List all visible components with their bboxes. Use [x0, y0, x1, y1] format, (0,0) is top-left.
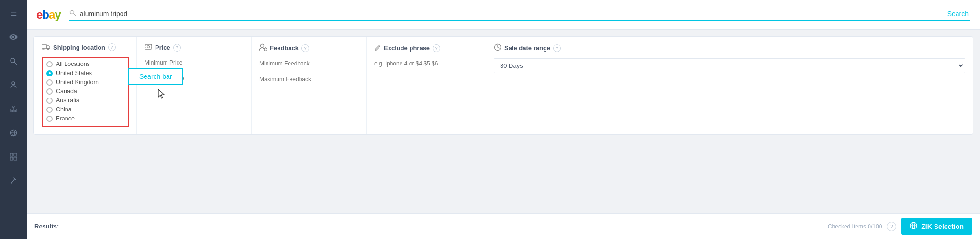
app-container: ☰: [0, 0, 980, 239]
svg-line-19: [74, 14, 76, 16]
location-china-label: China: [56, 106, 72, 113]
eye-icon[interactable]: [6, 30, 21, 45]
zik-button-label: ZIK Selection: [921, 223, 964, 230]
results-text: Results:: [34, 223, 59, 230]
svg-point-0: [11, 58, 15, 63]
exclude-title: Exclude phrase: [384, 44, 430, 52]
sale-date-column: Sale date range ? 30 Days 14 Days 7 Days…: [486, 37, 973, 134]
clock-icon: [494, 43, 501, 53]
grid-icon[interactable]: [6, 149, 21, 164]
ebay-a: a: [49, 8, 55, 21]
price-help[interactable]: ?: [173, 44, 181, 52]
sale-date-help[interactable]: ?: [553, 44, 561, 52]
person-icon[interactable]: [6, 77, 21, 93]
shipping-column: Shipping location ? All Locations United…: [34, 37, 137, 134]
location-all[interactable]: All Locations: [46, 61, 124, 67]
money-icon: [145, 43, 152, 52]
sale-date-select[interactable]: 30 Days 14 Days 7 Days 3 Days 1 Day: [494, 58, 965, 73]
radio-united-states[interactable]: [46, 70, 53, 76]
price-col-header: Price ?: [145, 43, 244, 52]
zik-help-icon[interactable]: ?: [887, 222, 896, 231]
svg-point-29: [261, 44, 264, 48]
feedback-title: Feedback: [270, 44, 299, 52]
content-area: [33, 135, 973, 213]
footer-right: Checked Items 0/100 ? ZIK Selection: [828, 218, 972, 235]
svg-point-18: [70, 11, 74, 14]
ebay-b: b: [42, 8, 49, 21]
footer-bar: Results: Checked Items 0/100 ? ZIK Selec…: [27, 213, 980, 239]
feedback-col-header: Feedback ?: [259, 43, 358, 53]
max-feedback-input[interactable]: [259, 74, 358, 85]
hierarchy-icon[interactable]: [6, 101, 21, 117]
ebay-logo: ebay: [36, 8, 61, 22]
svg-rect-20: [42, 45, 47, 49]
checked-items-count: Checked Items 0/100: [828, 223, 882, 230]
exclude-column: Exclude phrase ?: [367, 37, 486, 134]
min-feedback-input[interactable]: [259, 58, 358, 69]
svg-rect-13: [10, 153, 13, 156]
radio-france[interactable]: [46, 116, 53, 122]
globe-icon[interactable]: [6, 125, 21, 141]
radio-all-locations[interactable]: [46, 61, 53, 67]
search-button[interactable]: Search: [946, 10, 970, 18]
location-uk-label: United Kingdom: [56, 79, 99, 86]
svg-rect-14: [14, 153, 17, 156]
search-input[interactable]: [80, 10, 942, 18]
radio-united-kingdom[interactable]: [46, 79, 53, 86]
feedback-help[interactable]: ?: [301, 44, 309, 52]
svg-point-2: [12, 82, 15, 85]
location-canada-label: Canada: [56, 88, 77, 95]
exclude-help[interactable]: ?: [433, 44, 440, 52]
menu-icon[interactable]: ☰: [6, 6, 21, 21]
location-us[interactable]: United States: [46, 70, 124, 76]
location-france[interactable]: France: [46, 115, 124, 122]
location-china[interactable]: China: [46, 106, 124, 113]
location-us-label: United States: [56, 70, 92, 76]
page-body: ebay Search: [27, 0, 980, 239]
left-nav: ☰: [0, 0, 27, 239]
exclude-col-header: Exclude phrase ?: [374, 43, 478, 53]
main-section: Shipping location ? All Locations United…: [27, 30, 980, 213]
search-icon: [69, 10, 76, 18]
person-star-icon: [259, 43, 267, 53]
location-france-label: France: [56, 115, 75, 122]
filter-panel: Shipping location ? All Locations United…: [33, 36, 973, 135]
location-australia[interactable]: Australia: [46, 97, 124, 104]
ebay-y: y: [55, 8, 60, 21]
tool-icon[interactable]: [6, 173, 21, 188]
top-bar: ebay Search: [27, 0, 980, 30]
shipping-title: Shipping location: [53, 44, 105, 51]
min-price-input[interactable]: [145, 57, 244, 68]
radio-australia[interactable]: [46, 98, 53, 104]
svg-point-24: [147, 46, 150, 48]
max-price-input[interactable]: [145, 73, 244, 84]
pencil-icon: [374, 43, 381, 53]
shipping-col-header: Shipping location ?: [42, 43, 129, 51]
location-canada[interactable]: Canada: [46, 88, 124, 95]
ebay-e: e: [36, 8, 42, 21]
svg-rect-5: [12, 110, 14, 112]
radio-canada[interactable]: [46, 88, 53, 95]
zik-globe-icon: [910, 222, 917, 231]
svg-rect-3: [12, 106, 14, 107]
feedback-column: Feedback ?: [252, 37, 367, 134]
svg-rect-16: [14, 157, 17, 160]
svg-rect-15: [10, 157, 13, 160]
radio-china[interactable]: [46, 107, 53, 113]
sale-date-title: Sale date range: [504, 44, 550, 52]
search-bar[interactable]: Search: [69, 9, 970, 21]
zik-selection-button[interactable]: ZIK Selection: [901, 218, 972, 235]
location-australia-label: Australia: [56, 97, 79, 104]
results-label: Results:: [34, 223, 59, 230]
svg-rect-4: [10, 110, 11, 112]
svg-rect-23: [145, 44, 152, 49]
location-all-label: All Locations: [56, 61, 90, 67]
search-nav-icon[interactable]: [6, 54, 21, 69]
location-list: All Locations United States United Kingd…: [42, 57, 129, 127]
shipping-help[interactable]: ?: [108, 43, 116, 51]
location-uk[interactable]: United Kingdom: [46, 79, 124, 86]
svg-rect-6: [15, 110, 17, 112]
price-column: Price ?: [137, 37, 252, 134]
exclude-phrase-input[interactable]: [374, 58, 478, 69]
truck-icon: [42, 44, 50, 51]
